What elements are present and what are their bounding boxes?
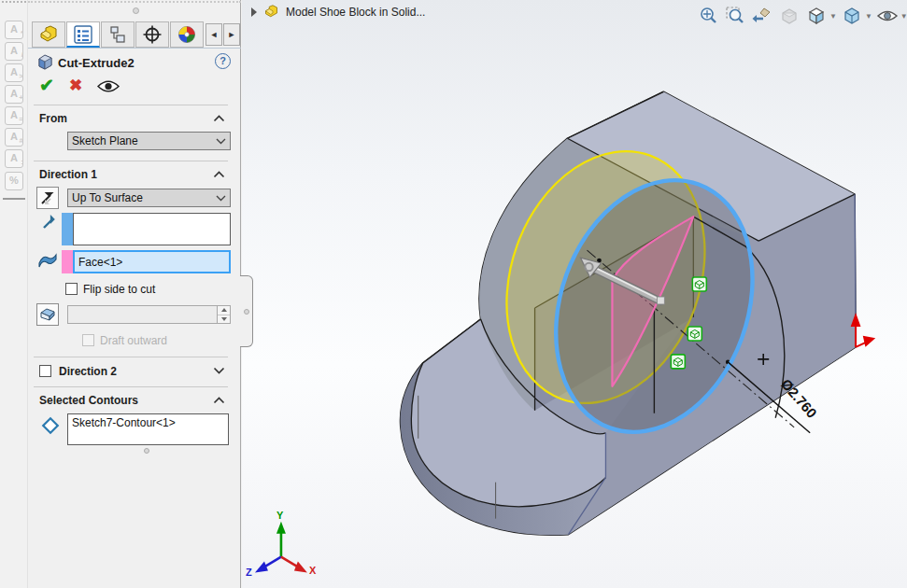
displaymanager-tab[interactable] [170,21,204,48]
panel-drag-dots[interactable] [28,1,241,4]
start-condition-dropdown[interactable]: Sketch Plane [67,132,231,150]
stepper-up-icon[interactable] [221,308,227,312]
draft-angle-field[interactable] [67,305,231,324]
annotation-frame-icon[interactable]: A: [5,149,23,168]
view-orientation-icon [806,6,827,26]
relation-icon-1[interactable] [692,277,706,291]
section-view-icon [779,6,800,26]
direction2-section-header[interactable]: Direction 2 [59,365,117,378]
toolbar-drag-handle[interactable] [2,1,26,4]
expand-chevron-icon[interactable] [213,367,225,374]
cancel-button[interactable]: ✖ [69,76,82,95]
annotation-toolbar: A* A/ A> A+ A= A# A: % [0,0,28,588]
draft-icon [39,307,56,322]
chevron-down-icon [216,138,226,145]
part-icon [263,5,279,19]
chevron-down-icon [216,195,226,202]
eye-icon [876,6,899,26]
display-style-icon [842,6,862,26]
dropdown-arrow-icon[interactable]: ▼ [829,12,837,21]
flip-side-checkbox[interactable] [65,283,78,295]
section-view-button[interactable] [777,4,801,28]
cut-extrude-icon [36,53,54,71]
reverse-direction-icon [39,189,56,206]
display-style-button[interactable] [840,4,864,28]
triad-y-label: Y [276,510,284,521]
annotation-export-icon[interactable]: A> [5,63,23,82]
stepper-down-icon[interactable] [221,317,227,321]
face-ref-colorbar [62,250,73,273]
draft-button[interactable] [36,303,59,326]
dimxpert-tab[interactable] [135,21,169,48]
start-condition-value: Sketch Plane [72,134,138,147]
surface-reference-field[interactable]: Face<1> [73,250,231,273]
end-condition-dropdown[interactable]: Up To Surface [67,189,231,207]
face-icon [37,252,58,269]
divider [34,357,228,357]
help-button[interactable]: ? [215,53,231,69]
dropdown-arrow-icon[interactable]: ▼ [865,12,872,21]
coordinate-triad: Y Z X [246,510,317,578]
relation-icon-3[interactable] [671,355,685,369]
feature-title: Cut-Extrude2 [58,56,135,70]
configurations-tab[interactable] [101,21,135,48]
zoom-to-area-button[interactable] [723,4,747,28]
configurations-icon [108,25,127,44]
triad-z-label: Z [246,567,252,578]
contour-selection-listbox[interactable]: Sketch7-Contour<1> [67,413,229,445]
annotation-edit-icon[interactable]: A/ [5,42,23,61]
direction-ref-colorbar [62,213,73,245]
reverse-direction-button[interactable] [36,187,59,209]
annotation-add-icon[interactable]: A+ [5,85,23,104]
featuremanager-part-tab[interactable] [32,21,65,48]
tab-scroll-left-button[interactable]: ◄ [205,23,222,46]
model-canvas: Ø2.760 Y Z X [242,0,907,588]
view-orientation-button[interactable] [804,4,829,28]
selected-contours-header[interactable]: Selected Contours [39,394,138,407]
draft-outward-label: Draft outward [100,334,167,347]
direction-reference-box[interactable] [73,213,231,245]
flyout-feature-tree[interactable]: Model Shoe Block in Solid... [251,5,425,19]
direction2-checkbox[interactable] [39,365,51,377]
divider [34,386,228,387]
ok-button[interactable]: ✔ [39,75,54,96]
panel-bottom-grip[interactable] [144,448,149,454]
draft-angle-stepper[interactable] [217,306,230,323]
dropdown-arrow-icon[interactable]: ▼ [900,12,907,21]
zoom-to-fit-button[interactable] [696,4,720,28]
part-icon [38,25,59,44]
direction1-section-header[interactable]: Direction 1 [39,168,97,181]
annotation-copy-icon[interactable]: A# [5,128,23,147]
hide-show-items-button[interactable] [875,4,900,28]
zoom-to-area-icon [725,6,745,26]
direction-arrow-icon [41,215,57,231]
contour-item[interactable]: Sketch7-Contour<1> [72,416,224,429]
splitter-grip-dot [244,309,249,315]
propertymanager-list-icon [74,25,92,44]
collapse-chevron-icon[interactable] [213,397,225,404]
previous-view-button[interactable] [750,4,774,28]
graphics-viewport[interactable]: Ø2.760 Y Z X [242,0,907,588]
annotation-list-icon[interactable]: A= [5,106,23,125]
flip-side-label: Flip side to cut [83,283,155,296]
display-sphere-icon [177,25,196,44]
annotation-star-icon[interactable]: A* [5,21,23,39]
panel-splitter-handle[interactable] [240,275,253,347]
target-icon [143,25,162,44]
tree-expand-icon[interactable] [251,7,257,17]
collapse-chevron-icon[interactable] [213,115,225,122]
end-condition-value: Up To Surface [72,191,143,204]
tab-scroll-right-button[interactable]: ► [223,23,240,46]
collapse-chevron-icon[interactable] [213,171,225,178]
propertymanager-tab[interactable] [66,21,100,48]
zoom-to-fit-icon [698,6,718,26]
part-name-label: Model Shoe Block in Solid... [286,6,425,19]
divider [34,105,228,105]
divider [34,161,228,161]
preview-eye-button[interactable] [97,79,120,93]
link-chain-icon[interactable]: % [5,172,23,190]
sketch-origin[interactable] [852,315,873,347]
from-section-header[interactable]: From [39,112,67,125]
relation-icon-2[interactable] [687,327,702,341]
panel-resize-grip[interactable] [133,7,139,14]
